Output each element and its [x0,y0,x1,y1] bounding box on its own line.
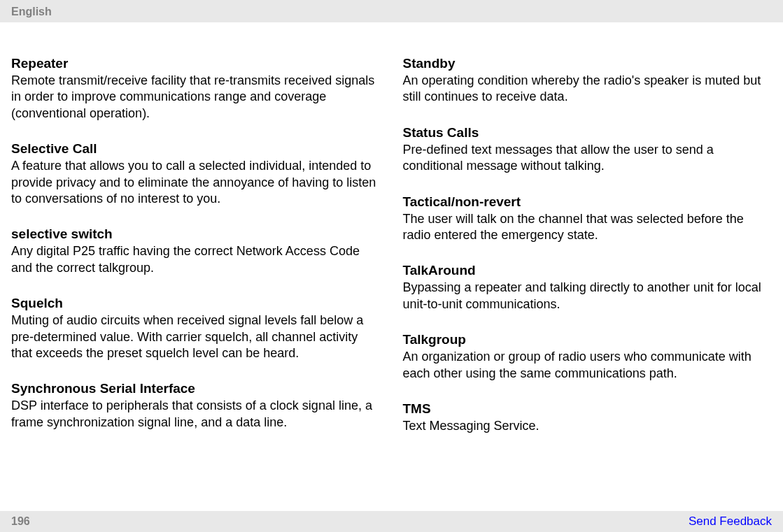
right-column: Standby An operating condition whereby t… [403,56,773,454]
page-header: English [0,0,783,22]
glossary-term: Repeater [11,56,381,71]
glossary-entry: Tactical/non-revert The user will talk o… [403,194,773,244]
glossary-term: Squelch [11,296,381,311]
page-number: 196 [11,515,30,528]
glossary-definition: An organization or group of radio users … [403,349,773,382]
glossary-entry: Selective Call A feature that allows you… [11,141,381,207]
send-feedback-link[interactable]: Send Feedback [689,515,772,529]
glossary-definition: Pre-defined text messages that allow the… [403,142,773,175]
glossary-entry: Status Calls Pre-defined text messages t… [403,125,773,175]
glossary-definition: Bypassing a repeater and talking directl… [403,280,773,312]
glossary-term: selective switch [11,227,381,242]
glossary-definition: The user will talk on the channel that w… [403,211,773,244]
glossary-definition: Remote transmit/receive facility that re… [11,73,381,122]
glossary-entry: TalkAround Bypassing a repeater and talk… [403,263,773,312]
page-footer: 196 Send Feedback [0,511,783,532]
glossary-entry: Standby An operating condition whereby t… [403,56,773,106]
glossary-term: Talkgroup [403,332,773,347]
glossary-definition: Muting of audio circuits when received s… [11,312,381,361]
glossary-entry: TMS Text Messaging Service. [403,401,773,434]
glossary-term: TMS [403,401,773,417]
glossary-entry: Repeater Remote transmit/receive facilit… [11,56,381,122]
glossary-definition: An operating condition whereby the radio… [403,73,773,106]
glossary-definition: Any digital P25 traffic having the corre… [11,243,381,276]
glossary-definition: A feature that allows you to call a sele… [11,158,381,207]
glossary-term: Standby [403,56,773,71]
left-column: Repeater Remote transmit/receive facilit… [11,56,381,454]
glossary-entry: Squelch Muting of audio circuits when re… [11,296,381,361]
glossary-entry: Talkgroup An organization or group of ra… [403,332,773,382]
glossary-definition: DSP interface to peripherals that consis… [11,398,381,431]
glossary-term: Selective Call [11,141,381,157]
glossary-term: Tactical/non-revert [403,194,773,210]
glossary-term: Status Calls [403,125,773,141]
header-language: English [11,6,52,17]
glossary-definition: Text Messaging Service. [403,418,773,434]
glossary-entry: selective switch Any digital P25 traffic… [11,227,381,276]
glossary-term: Synchronous Serial Interface [11,381,381,396]
glossary-entry: Synchronous Serial Interface DSP interfa… [11,381,381,431]
content-area: Repeater Remote transmit/receive facilit… [0,22,783,454]
glossary-term: TalkAround [403,263,773,278]
